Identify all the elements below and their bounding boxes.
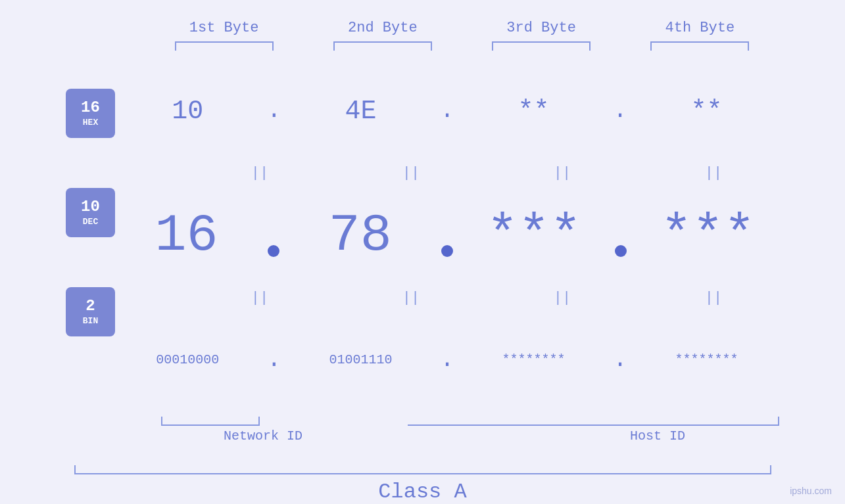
hex-dot3: . <box>613 99 627 123</box>
host-bracket <box>408 417 779 426</box>
bottom-brackets-container: Network ID Host ID <box>66 417 779 452</box>
top-brackets <box>66 41 779 51</box>
bracket-bottom-2 <box>276 417 408 426</box>
bin-row: 00010000 . 01001110 . ******** . *******… <box>115 306 779 414</box>
hex-dot1: . <box>267 99 281 123</box>
bottom-brackets <box>145 417 779 426</box>
byte3-header: 3rd Byte <box>475 20 607 36</box>
bin-dot2: . <box>440 348 454 372</box>
hex-b1: 10 <box>122 97 253 126</box>
eq2-b3: || <box>496 290 628 306</box>
bracket-line-3 <box>492 41 591 51</box>
byte-headers: 1st Byte 2nd Byte 3rd Byte 4th Byte <box>66 0 779 36</box>
id-labels: Network ID Host ID <box>145 428 779 452</box>
byte1-header: 1st Byte <box>158 20 290 36</box>
values-area: 10 . 4E . ** . ** || || || || <box>115 57 779 414</box>
class-label: Class A <box>378 480 466 504</box>
byte4-header: 4th Byte <box>634 20 765 36</box>
bracket-top-1 <box>158 41 290 51</box>
dec-row: 16 78 *** *** <box>115 181 779 289</box>
bracket-line-2 <box>333 41 432 51</box>
eq1-b1: || <box>194 165 326 181</box>
bracket-line-bottom-1 <box>161 417 260 426</box>
dec-b3: *** <box>468 206 600 265</box>
hex-b3: ** <box>468 97 600 126</box>
dec-badge: 10 DEC <box>66 188 115 237</box>
full-bracket-line <box>74 465 771 474</box>
eq1-b3: || <box>496 165 628 181</box>
bin-b1: 00010000 <box>122 352 253 367</box>
hex-badge-number: 16 <box>81 99 100 116</box>
hex-dot2: . <box>440 99 454 123</box>
bracket-bottom-1 <box>145 417 276 426</box>
eq1-b2: || <box>345 165 477 181</box>
hex-b2: 4E <box>295 97 426 126</box>
main-container: 1st Byte 2nd Byte 3rd Byte 4th Byte 16 H… <box>0 0 845 504</box>
bin-b4: ******** <box>641 352 773 367</box>
watermark: ipshu.com <box>790 486 832 496</box>
main-content: 16 HEX 10 DEC 2 BIN 10 . 4E . ** . ** <box>66 57 779 414</box>
bracket-line-1 <box>175 41 274 51</box>
hex-badge-label: HEX <box>83 118 98 127</box>
hex-row: 10 . 4E . ** . ** <box>115 57 779 165</box>
dec-b4: *** <box>642 206 773 265</box>
badges-column: 16 HEX 10 DEC 2 BIN <box>66 57 115 414</box>
full-bracket-row <box>66 465 779 474</box>
dec-dot3 <box>611 239 631 259</box>
dec-badge-number: 10 <box>81 198 100 216</box>
bin-dot3: . <box>613 348 627 372</box>
dec-dot2 <box>437 239 457 259</box>
network-id-label: Network ID <box>197 428 329 444</box>
eq-row-1: || || || || <box>115 165 779 181</box>
bracket-line-4 <box>650 41 749 51</box>
byte2-header: 2nd Byte <box>317 20 448 36</box>
host-id-label: Host ID <box>473 428 842 444</box>
eq2-b2: || <box>345 290 477 306</box>
hex-badge: 16 HEX <box>66 89 115 138</box>
bin-b2: 01001110 <box>295 352 426 367</box>
dec-dot1 <box>264 239 283 259</box>
eq-row-2: || || || || <box>115 290 779 306</box>
bin-badge-label: BIN <box>83 316 98 326</box>
eq1-b4: || <box>648 165 779 181</box>
eq2-b1: || <box>194 290 326 306</box>
bin-dot1: . <box>267 348 281 372</box>
hex-b4: ** <box>641 97 773 126</box>
dec-b1: 16 <box>121 206 253 265</box>
eq2-b4: || <box>648 290 779 306</box>
dec-b2: 78 <box>295 206 426 265</box>
bracket-top-2 <box>317 41 448 51</box>
dec-badge-label: DEC <box>83 217 98 227</box>
bin-badge: 2 BIN <box>66 287 115 336</box>
bin-b3: ******** <box>468 352 600 367</box>
bracket-top-4 <box>634 41 765 51</box>
bin-badge-number: 2 <box>85 298 95 315</box>
bracket-top-3 <box>475 41 607 51</box>
